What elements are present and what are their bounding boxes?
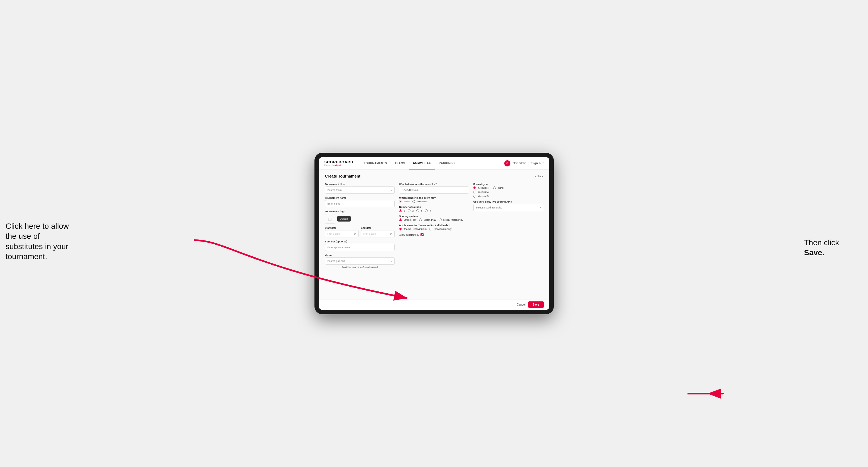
nav-separator: | <box>528 162 529 165</box>
gender-mens[interactable]: Mens <box>399 200 410 203</box>
individuals-only-radio[interactable] <box>429 228 432 230</box>
venue-input-wrapper[interactable]: ▾ <box>325 257 395 265</box>
sponsor-label: Sponsor (optional) <box>325 240 395 243</box>
scoring-api-select[interactable]: Select a scoring service <box>473 204 543 211</box>
nav-item-teams[interactable]: TEAMS <box>391 157 409 169</box>
nav-item-tournaments[interactable]: TOURNAMENTS <box>360 157 391 169</box>
venue-label: Venue <box>325 254 395 257</box>
gender-womens[interactable]: Womens <box>412 200 427 203</box>
start-date-label: Start date <box>325 226 359 229</box>
tournament-host-input-wrapper[interactable]: ▾ <box>325 186 395 194</box>
substitutes-label: Allow substitutes? <box>399 234 419 236</box>
dates-field: Start date Pick a date 📅 End date Pick a… <box>325 226 395 238</box>
tournament-host-label: Tournament Host <box>325 183 395 186</box>
nav-item-rankings[interactable]: RANKINGS <box>435 157 459 169</box>
rounds-1[interactable]: 1 <box>399 209 405 212</box>
format-6count5[interactable]: 6 count 5 <box>473 195 543 197</box>
upload-button[interactable]: Upload <box>337 216 351 221</box>
format-5count4-radio[interactable] <box>473 186 476 189</box>
teams-field: Is this event for Teams and/or Individua… <box>399 224 469 230</box>
teams-label: Is this event for Teams and/or Individua… <box>399 224 469 227</box>
rounds-3-radio[interactable] <box>416 209 419 212</box>
individuals-only[interactable]: Individuals Only <box>429 228 452 230</box>
tablet-frame: SCOREBOARD Powered by clippd TOURNAMENTS… <box>314 153 554 314</box>
format-type-field: Format type 5 count 4 Other <box>473 183 543 197</box>
calendar-icon: 📅 <box>353 233 356 235</box>
main-content: Create Tournament ‹ Back Tournament Host… <box>319 169 549 299</box>
dates-row: Start date Pick a date 📅 End date Pick a… <box>325 226 395 238</box>
scoring-medal-radio[interactable] <box>439 218 442 221</box>
nav-item-committee[interactable]: COMMITTEE <box>409 157 435 169</box>
division-select[interactable]: NCAA Division I <box>399 186 469 194</box>
venue-dropdown-icon: ▾ <box>391 260 392 262</box>
gender-mens-radio[interactable] <box>399 200 402 203</box>
annotation-right: Then click Save. <box>804 238 860 258</box>
format-options: 5 count 4 Other 6 count 4 <box>473 186 543 197</box>
email-support-link[interactable]: email support <box>365 266 378 268</box>
format-row-1: 5 count 4 Other <box>473 186 543 189</box>
tournament-logo-field: Tournament logo ⬚ Upload <box>325 210 395 224</box>
tournament-logo-label: Tournament logo <box>325 210 395 213</box>
sponsor-input-wrapper[interactable] <box>325 244 395 251</box>
annotation-left: Click here to allow the use of substitut… <box>6 221 72 262</box>
form-col-middle: Which division is the event for? NCAA Di… <box>399 183 469 268</box>
substitutes-row[interactable]: Allow substitutes? <box>399 233 469 236</box>
rounds-3[interactable]: 3 <box>416 209 422 212</box>
back-link[interactable]: ‹ Back <box>535 175 543 178</box>
rounds-field: Number of rounds 1 2 <box>399 206 469 212</box>
teams-plus-radio[interactable] <box>399 228 402 230</box>
end-date-input-wrapper[interactable]: Pick a date 📅 <box>361 230 395 238</box>
tournament-name-input-wrapper[interactable] <box>325 200 395 207</box>
gender-field: Which gender is the event for? Mens Wome… <box>399 196 469 203</box>
rounds-2[interactable]: 2 <box>408 209 413 212</box>
tournament-name-label: Tournament name <box>325 196 395 199</box>
scoring-stroke-radio[interactable] <box>399 218 402 221</box>
division-select-wrapper: NCAA Division I ▾ <box>399 186 469 194</box>
substitutes-checkbox[interactable] <box>421 233 424 236</box>
format-other-radio[interactable] <box>493 186 496 189</box>
footer-bar: Cancel Save <box>319 299 549 310</box>
start-date-field: Start date Pick a date 📅 <box>325 226 359 238</box>
tournament-host-input[interactable] <box>328 189 391 191</box>
form-col-left: Tournament Host ▾ Tournament name <box>325 183 395 268</box>
teams-plus-individuals[interactable]: Teams (+Individuals) <box>399 228 427 230</box>
tournament-name-input[interactable] <box>328 202 393 205</box>
rounds-4[interactable]: 4 <box>425 209 431 212</box>
form-col-right: Format type 5 count 4 Other <box>473 183 543 268</box>
calendar-icon-end: 📅 <box>389 233 392 235</box>
scoring-api-select-wrapper: Select a scoring service ▾ <box>473 204 543 211</box>
save-button[interactable]: Save <box>528 302 544 308</box>
venue-input[interactable] <box>328 260 391 262</box>
logo-upload-area: ⬚ Upload <box>325 214 395 224</box>
scoring-match[interactable]: Match Play <box>419 218 436 221</box>
nav-avatar: B <box>504 160 510 166</box>
rounds-4-radio[interactable] <box>425 209 428 212</box>
logo-scoreboard: SCOREBOARD <box>324 160 353 164</box>
division-field: Which division is the event for? NCAA Di… <box>399 183 469 194</box>
sign-out-link[interactable]: Sign out <box>531 162 544 165</box>
start-date-input-wrapper[interactable]: Pick a date 📅 <box>325 230 359 238</box>
format-other[interactable]: Other <box>493 186 504 189</box>
dropdown-arrow-icon: ▾ <box>391 189 392 191</box>
navbar: SCOREBOARD Powered by clippd TOURNAMENTS… <box>319 157 549 169</box>
gender-womens-radio[interactable] <box>412 200 415 203</box>
form-grid: Tournament Host ▾ Tournament name <box>325 183 543 268</box>
format-6count4-radio[interactable] <box>473 191 476 193</box>
format-6count4[interactable]: 6 count 4 <box>473 191 543 193</box>
format-5count4[interactable]: 5 count 4 <box>473 186 489 189</box>
format-6count5-radio[interactable] <box>473 195 476 197</box>
scoring-medal[interactable]: Medal Match Play <box>439 218 463 221</box>
scoring-stroke[interactable]: Stroke Play <box>399 218 416 221</box>
start-date-placeholder: Pick a date <box>328 232 340 235</box>
gender-label: Which gender is the event for? <box>399 196 469 199</box>
gender-options: Mens Womens <box>399 200 469 203</box>
scoring-api-field: Use third-party live scoring API? Select… <box>473 200 543 211</box>
rounds-2-radio[interactable] <box>408 209 410 212</box>
division-label: Which division is the event for? <box>399 183 469 186</box>
scoring-api-label: Use third-party live scoring API? <box>473 200 543 203</box>
cancel-button[interactable]: Cancel <box>517 303 525 306</box>
tablet-screen: SCOREBOARD Powered by clippd TOURNAMENTS… <box>319 157 549 310</box>
rounds-1-radio[interactable] <box>399 209 402 212</box>
scoring-match-radio[interactable] <box>419 218 422 221</box>
sponsor-input[interactable] <box>328 246 393 249</box>
